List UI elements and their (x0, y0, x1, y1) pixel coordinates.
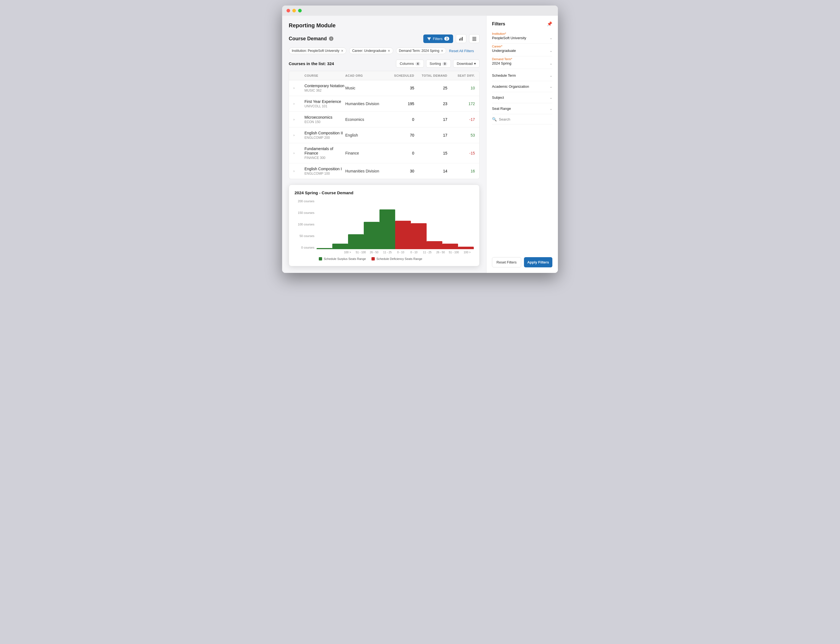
scheduled-cell: 35 (384, 86, 414, 90)
schedule-term-label: Schedule Term (492, 73, 516, 77)
institution-filter-label: Institution: PeopleSoft University (292, 49, 339, 53)
chart-title: 2024 Spring - Course Demand (295, 191, 474, 195)
reset-all-filters-link[interactable]: Reset All Filters (449, 49, 474, 53)
career-filter-label: Career: Undergraduate (352, 49, 386, 53)
acad-org-cell: Economics (345, 117, 384, 122)
table-row[interactable]: › English Composition I ENGLCOMP 100 Hum… (289, 163, 479, 179)
career-filter-section[interactable]: Career* Undergraduate ⌄ (492, 45, 552, 56)
table-row[interactable]: › First Year Experience UNIVCOLL 101 Hum… (289, 96, 479, 112)
course-name: First Year Experience (305, 99, 345, 104)
bar-group (427, 241, 442, 249)
seat-range-filter[interactable]: Seat Range ⌄ (492, 103, 552, 114)
course-info: Microeconomics ECON 150 (305, 115, 345, 124)
row-expand-icon[interactable]: › (293, 86, 305, 90)
acad-org-cell: Finance (345, 151, 384, 155)
chart-legend: Schedule Surplus Seats Range Schedule De… (295, 257, 474, 260)
col-scheduled: SCHEDULED (384, 74, 414, 77)
course-name: English Composition I (305, 167, 345, 171)
academic-org-chevron-icon: ⌄ (550, 85, 552, 89)
chart-x-label: 0 - 10 (407, 251, 421, 254)
filter-icon (427, 37, 431, 41)
seat-diff-cell: 172 (447, 102, 475, 106)
course-name: Microeconomics (305, 115, 345, 120)
maximize-button[interactable] (298, 9, 302, 12)
bar-group (458, 246, 474, 249)
table-row[interactable]: › Fundamentals of Finance FINANCE 300 Fi… (289, 143, 479, 163)
course-info: Contemporary Notation MUSIC 362 (305, 84, 345, 92)
chart-y-label: 50 courses (300, 234, 314, 238)
seat-diff-cell: 53 (447, 133, 475, 137)
bar-red (458, 246, 474, 249)
table-row[interactable]: › Microeconomics ECON 150 Economics 0 17… (289, 112, 479, 128)
row-expand-icon[interactable]: › (293, 169, 305, 173)
bar-group (380, 209, 395, 249)
schedule-term-filter[interactable]: Schedule Term ⌄ (492, 70, 552, 81)
chart-y-label: 200 courses (298, 199, 314, 203)
course-name: Fundamentals of Finance (305, 146, 345, 155)
bar-group (411, 223, 427, 250)
institution-filter-remove[interactable]: × (341, 49, 343, 53)
active-filters: Institution: PeopleSoft University × Car… (289, 48, 480, 54)
minimize-button[interactable] (292, 9, 296, 12)
pin-icon[interactable]: 📌 (547, 21, 552, 26)
sorting-badge: 0 (442, 62, 447, 66)
col-course: COURSE (305, 74, 345, 77)
col-acad-org: ACAD ORG (345, 74, 384, 77)
subject-filter[interactable]: Subject ⌄ (492, 92, 552, 103)
demand-term-chevron-icon: ⌄ (550, 62, 552, 66)
filters-button[interactable]: Filters 3 (423, 34, 453, 43)
sorting-button[interactable]: Sorting 0 (426, 59, 451, 67)
download-button[interactable]: Download ▾ (453, 59, 480, 67)
academic-org-filter[interactable]: Academic Organization ⌄ (492, 81, 552, 92)
filters-label: Filters (433, 37, 442, 41)
close-button[interactable] (287, 9, 290, 12)
institution-filter-section[interactable]: Institution* PeopleSoft University ⌄ (492, 32, 552, 44)
list-controls: Columns 4 Sorting 0 Download ▾ (396, 59, 480, 67)
bar-group (395, 221, 411, 250)
legend-deficiency: Schedule Deficiency Seats Range (372, 257, 422, 260)
term-filter-chip[interactable]: Demand Term: 2024 Spring × (396, 48, 447, 54)
chart-view-button[interactable] (456, 34, 466, 43)
section-title-group: Course Demand i (289, 36, 333, 42)
row-expand-icon[interactable]: › (293, 102, 305, 106)
list-icon (472, 36, 476, 41)
list-view-button[interactable] (469, 34, 480, 43)
scheduled-cell: 0 (384, 151, 414, 155)
svg-rect-1 (460, 38, 461, 41)
chart-x-label: 51 - 100 (354, 251, 367, 254)
list-count: Courses in the list: 324 (289, 61, 334, 66)
columns-button[interactable]: Columns 4 (396, 59, 424, 67)
term-filter-label: Demand Term: 2024 Spring (399, 49, 440, 53)
demand-term-filter-section[interactable]: Demand Term* 2024 Spring ⌄ (492, 58, 552, 69)
chart-main-area: 100 >51 - 10026 - 5011 - 250 - 100 - 101… (317, 199, 474, 254)
legend-surplus-label: Schedule Surplus Seats Range (324, 257, 366, 260)
chart-x-label: 11 - 25 (381, 251, 394, 254)
table-row[interactable]: › Contemporary Notation MUSIC 362 Music … (289, 80, 479, 96)
search-input[interactable] (499, 117, 552, 122)
chart-y-labels: 200 courses150 courses100 courses50 cour… (295, 199, 317, 249)
bar-red (427, 241, 442, 249)
chart-card: 2024 Spring - Course Demand 200 courses1… (289, 185, 480, 266)
chart-x-label: 100 > (341, 251, 354, 254)
info-icon[interactable]: i (329, 36, 333, 41)
term-filter-remove[interactable]: × (441, 49, 443, 53)
institution-filter-chip[interactable]: Institution: PeopleSoft University × (289, 48, 346, 54)
table-row[interactable]: › English Composition II ENGLCOMP 200 En… (289, 128, 479, 143)
course-code: ECON 150 (305, 120, 345, 124)
career-filter-value: Undergraduate (492, 49, 516, 53)
filters-panel-title: Filters (492, 21, 505, 26)
table-body: › Contemporary Notation MUSIC 362 Music … (289, 80, 479, 179)
row-expand-icon[interactable]: › (293, 133, 305, 137)
filters-panel: Filters 📌 Institution* PeopleSoft Univer… (486, 16, 558, 273)
apply-filters-button[interactable]: Apply Filters (524, 257, 553, 267)
subject-chevron-icon: ⌄ (550, 96, 552, 100)
row-expand-icon[interactable]: › (293, 151, 305, 155)
seat-diff-cell: 10 (447, 86, 475, 90)
row-expand-icon[interactable]: › (293, 118, 305, 122)
search-icon: 🔍 (492, 117, 497, 122)
svg-rect-2 (462, 37, 463, 41)
reset-filters-button[interactable]: Reset Filters (492, 257, 521, 267)
download-label: Download (457, 62, 473, 66)
career-filter-chip[interactable]: Career: Undergraduate × (349, 48, 393, 54)
career-filter-remove[interactable]: × (388, 49, 390, 53)
